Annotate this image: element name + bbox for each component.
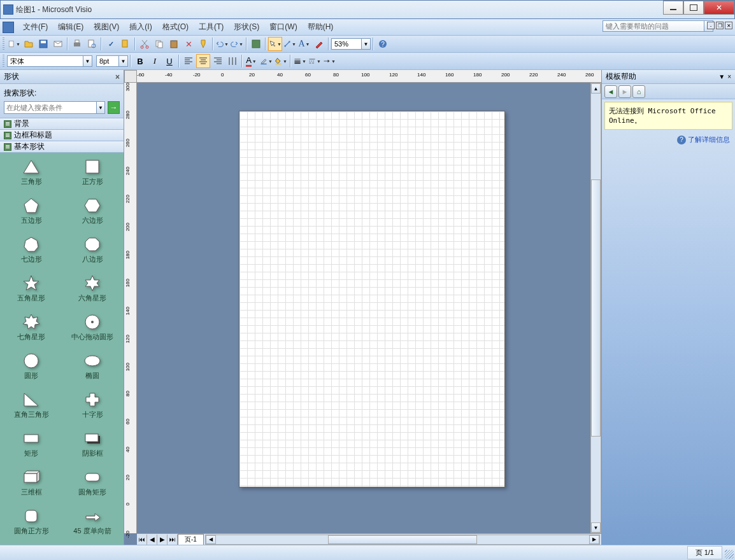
help-home-button[interactable]: ⌂ [632,85,645,98]
shape-item-star7[interactable]: 七角星形 [1,312,61,347]
shape-item-circledot[interactable]: 中心拖动圆形 [62,312,122,347]
shapes-window-button[interactable] [249,37,263,51]
font-name-dropdown[interactable]: ▼ [83,55,92,67]
tab-nav-last[interactable]: ⏭ [168,535,178,545]
drawing-page[interactable] [239,111,505,487]
help-button[interactable]: ? [376,37,390,51]
distribute-button[interactable] [225,54,239,68]
zoom-dropdown[interactable]: ▼ [362,38,371,50]
vertical-scrollbar[interactable]: ▲▼ [590,83,601,533]
redo-button[interactable]: ▼ [230,37,244,51]
stencil-borders[interactable]: 边框和标题 [0,130,124,141]
menu-help[interactable]: 帮助(H) [303,20,339,34]
shape-item-octagon[interactable]: 八边形 [62,234,122,269]
save-button[interactable] [36,37,50,51]
visio-icon[interactable] [3,22,14,33]
stencil-basic[interactable]: 基本形状 [0,141,124,153]
align-left-button[interactable] [182,54,196,68]
shape-item-triangle[interactable]: 三角形 [1,157,61,192]
menu-file[interactable]: 文件(F) [18,20,53,34]
menu-window[interactable]: 窗口(W) [264,20,302,34]
drawing-canvas[interactable] [137,83,601,533]
fill-color-button[interactable]: ▼ [274,54,288,68]
help-back-button[interactable]: ◄ [604,85,617,98]
print-button[interactable] [70,37,84,51]
stencil-background[interactable]: 背景 [0,118,124,130]
resize-grip[interactable] [725,550,734,559]
menu-tools[interactable]: 工具(T) [194,20,229,34]
cut-button[interactable] [138,37,152,51]
horizontal-scrollbar[interactable]: ◀▶ [205,535,600,545]
new-button[interactable]: ▼ [7,37,21,51]
pointer-tool-button[interactable]: ▼ [268,37,282,51]
horizontal-ruler[interactable]: -60-40-200204060801001201401601802002202… [137,70,601,83]
line-ends-button[interactable]: ▼ [322,54,336,68]
paste-button[interactable] [167,37,181,51]
shape-item-shadowbox[interactable]: 阴影框 [62,428,122,463]
menu-format[interactable]: 格式(O) [157,20,194,34]
page-tab-1[interactable]: 页-1 [178,534,204,545]
close-button[interactable] [704,1,734,15]
shape-item-roundrect[interactable]: 圆角矩形 [62,467,122,502]
shape-search-go[interactable]: → [108,101,120,114]
zoom-input[interactable] [331,38,362,50]
format-painter-button[interactable] [196,37,210,51]
minimize-button[interactable] [663,1,683,15]
undo-button[interactable]: ▼ [215,37,229,51]
menu-view[interactable]: 视图(V) [89,20,124,34]
bold-button[interactable]: B [133,54,147,68]
shape-item-star6[interactable]: 六角星形 [62,273,122,308]
tab-nav-first[interactable]: ⏮ [137,535,147,545]
help-panel-close[interactable]: × [727,73,731,80]
font-size-dropdown[interactable]: ▼ [119,55,128,67]
menu-insert[interactable]: 插入(I) [124,20,157,34]
vertical-ruler[interactable]: 3002802602402202001801601401201008060402… [124,83,137,533]
shape-item-ellipse[interactable]: 椭圆 [62,351,122,386]
open-button[interactable] [22,37,36,51]
tab-nav-next[interactable]: ▶ [157,535,168,545]
shape-item-cross[interactable]: 十字形 [62,389,122,424]
align-right-button[interactable] [211,54,225,68]
help-details-link[interactable]: ?了解详细信息 [602,132,735,147]
font-color-button[interactable]: A▼ [245,54,259,68]
help-panel-dropdown[interactable]: ▼ [718,73,725,80]
shape-search-input[interactable] [4,101,97,114]
mail-button[interactable] [51,37,65,51]
italic-button[interactable]: I [148,54,162,68]
maximize-button[interactable] [683,1,704,15]
line-pattern-button[interactable]: ▼ [308,54,322,68]
help-search-input[interactable] [603,20,704,32]
shape-search-dropdown[interactable]: ▼ [97,101,105,114]
connector-tool-button[interactable]: ▼ [283,37,297,51]
shape-item-rect[interactable]: 矩形 [1,428,61,463]
toolbar-handle[interactable] [3,55,4,67]
shape-item-hexagon[interactable]: 六边形 [62,195,122,230]
mdi-close[interactable]: ✕ [725,22,732,29]
text-tool-button[interactable]: A▼ [297,37,311,51]
line-weight-button[interactable]: ▼ [293,54,307,68]
mdi-restore[interactable]: ❐ [716,22,724,29]
toolbar-handle[interactable] [3,38,4,50]
spelling-button[interactable]: ✓ [104,37,118,51]
shape-item-box3d[interactable]: 三维框 [1,467,61,502]
shape-item-heptagon[interactable]: 七边形 [1,234,61,269]
shapes-panel-close[interactable]: × [115,73,120,81]
copy-button[interactable] [152,37,166,51]
menu-edit[interactable]: 编辑(E) [53,20,89,34]
align-center-button[interactable] [196,54,210,68]
shape-item-circle[interactable]: 圆形 [1,351,61,386]
ruler-corner[interactable] [124,70,137,83]
shape-item-roundsq[interactable]: 圆角正方形 [1,506,61,541]
tab-nav-prev[interactable]: ◀ [147,535,157,545]
shape-item-square[interactable]: 正方形 [62,157,122,192]
help-forward-button[interactable]: ► [618,85,631,98]
line-color-button[interactable]: ▼ [259,54,273,68]
print-preview-button[interactable] [85,37,99,51]
research-button[interactable] [118,37,132,51]
shape-item-rtriangle[interactable]: 直角三角形 [1,389,61,424]
shape-item-pentagon[interactable]: 五边形 [1,195,61,230]
shape-item-arrow45[interactable]: 45 度单向箭 [62,506,122,541]
shape-item-star5[interactable]: 五角星形 [1,273,61,308]
font-size-input[interactable] [96,55,119,67]
page-indicator[interactable]: 页 1/1 [687,546,722,559]
